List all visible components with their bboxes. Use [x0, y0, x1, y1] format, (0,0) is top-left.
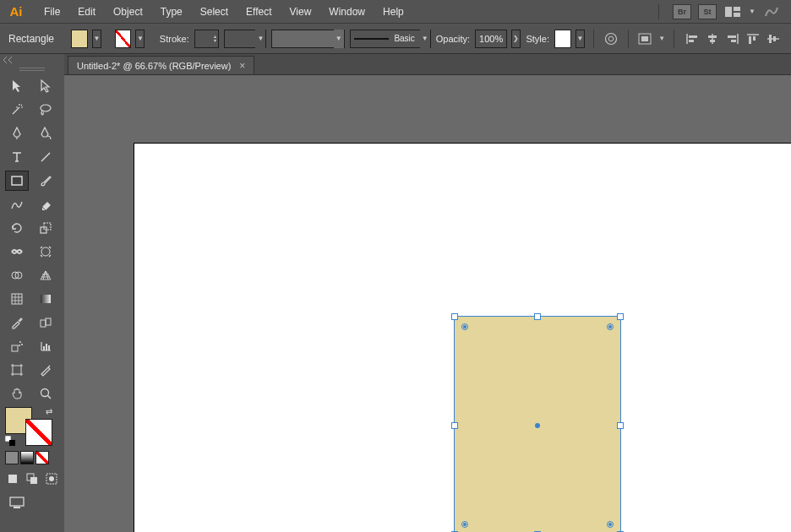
eraser-tool[interactable]: [34, 194, 57, 214]
canvas-viewport[interactable]: [64, 74, 791, 532]
artboard-tool[interactable]: [5, 360, 29, 380]
gpu-preview-icon[interactable]: [762, 4, 781, 19]
svg-rect-43: [13, 366, 21, 374]
stroke-color-box[interactable]: [25, 419, 52, 446]
style-label: Style:: [526, 34, 549, 44]
svg-rect-1: [734, 7, 740, 11]
fill-dropdown[interactable]: ▼: [92, 30, 101, 48]
type-tool[interactable]: [5, 147, 29, 167]
default-fill-stroke-icon[interactable]: [5, 436, 15, 446]
svg-rect-22: [19, 68, 45, 68]
menu-view[interactable]: View: [282, 3, 319, 21]
curvature-tool[interactable]: [34, 123, 57, 144]
svg-point-4: [608, 36, 614, 41]
menu-bar: Ai File Edit Object Type Select Effect V…: [0, 0, 791, 24]
slice-tool[interactable]: [34, 360, 57, 380]
recolor-artwork-icon[interactable]: [603, 30, 619, 48]
svg-rect-20: [769, 35, 772, 43]
menu-help[interactable]: Help: [375, 3, 412, 21]
align-right-button[interactable]: [723, 30, 742, 48]
align-hcenter-button[interactable]: [703, 30, 722, 48]
zoom-tool[interactable]: [34, 383, 57, 404]
paintbrush-tool[interactable]: [34, 171, 57, 191]
svg-rect-11: [708, 35, 717, 38]
magic-wand-tool[interactable]: [5, 100, 29, 120]
line-segment-tool[interactable]: [34, 147, 57, 167]
opacity-label: Opacity:: [436, 34, 470, 44]
menu-window[interactable]: Window: [321, 3, 373, 21]
hand-tool[interactable]: [5, 383, 29, 404]
svg-rect-50: [30, 477, 37, 484]
column-graph-tool[interactable]: [34, 336, 57, 356]
svg-rect-35: [46, 318, 51, 325]
width-tool[interactable]: [5, 242, 29, 262]
separator-icon: [593, 30, 594, 48]
svg-rect-34: [41, 320, 46, 327]
swap-fill-stroke-icon[interactable]: ⇄: [46, 407, 52, 416]
document-tab-title: Untitled-2* @ 66.67% (RGB/Preview): [77, 61, 231, 71]
draw-mode-row: [5, 471, 59, 486]
panel-collapse-grip[interactable]: [0, 54, 64, 66]
stroke-weight-stepper[interactable]: ▴▾: [194, 30, 219, 48]
opacity-input[interactable]: 100%: [475, 30, 507, 48]
align-to-icon[interactable]: [636, 30, 653, 48]
shaper-tool[interactable]: [5, 194, 29, 214]
symbol-sprayer-tool[interactable]: [5, 336, 29, 356]
svg-rect-0: [725, 7, 732, 17]
stock-button[interactable]: St: [698, 4, 717, 19]
color-mode-none[interactable]: [35, 451, 49, 464]
align-left-button[interactable]: [683, 30, 701, 48]
align-vcenter-button[interactable]: [764, 30, 783, 48]
blend-tool[interactable]: [34, 312, 57, 333]
rectangle-shape[interactable]: [455, 317, 620, 532]
menu-file[interactable]: File: [36, 3, 68, 21]
chevron-down-icon[interactable]: ▼: [749, 8, 756, 15]
direct-selection-tool[interactable]: [34, 76, 57, 96]
rectangle-tool[interactable]: [5, 171, 29, 191]
color-mode-gradient[interactable]: [20, 451, 34, 464]
color-mode-solid[interactable]: [5, 451, 19, 464]
svg-rect-28: [44, 223, 51, 230]
graphic-style-swatch[interactable]: [554, 30, 571, 48]
lasso-tool[interactable]: [34, 100, 57, 120]
fill-swatch[interactable]: [71, 30, 88, 48]
mesh-tool[interactable]: [5, 289, 29, 309]
brush-definition[interactable]: Basic ▼: [350, 30, 431, 48]
scale-tool[interactable]: [34, 218, 57, 238]
eyedropper-tool[interactable]: [5, 312, 29, 333]
selection-tool[interactable]: [5, 76, 29, 96]
style-dropdown[interactable]: ▼: [576, 30, 585, 48]
draw-behind-icon[interactable]: [25, 471, 39, 486]
document-tab[interactable]: Untitled-2* @ 66.67% (RGB/Preview) ×: [68, 56, 254, 74]
pen-tool[interactable]: [5, 123, 29, 144]
svg-point-38: [21, 344, 23, 345]
menu-object[interactable]: Object: [106, 3, 150, 21]
draw-inside-icon[interactable]: [45, 471, 59, 486]
gradient-tool[interactable]: [34, 289, 57, 309]
opacity-dropdown[interactable]: ❯: [511, 30, 521, 48]
svg-rect-23: [19, 70, 45, 71]
align-top-button[interactable]: [744, 30, 762, 48]
variable-width-profile[interactable]: ▼: [271, 30, 344, 48]
fill-stroke-control[interactable]: ⇄: [5, 407, 52, 446]
chevron-down-icon[interactable]: ▼: [658, 35, 665, 42]
screen-mode-button[interactable]: [5, 493, 29, 512]
free-transform-tool[interactable]: [34, 242, 57, 262]
stroke-swatch[interactable]: [115, 30, 132, 48]
bridge-button[interactable]: Br: [673, 4, 691, 19]
stroke-weight-combo[interactable]: ▼: [224, 30, 266, 48]
menu-edit[interactable]: Edit: [70, 3, 103, 21]
stroke-dropdown[interactable]: ▼: [135, 30, 145, 48]
arrange-documents-icon[interactable]: [723, 4, 742, 19]
svg-rect-53: [10, 497, 24, 506]
color-mode-row: [5, 451, 59, 464]
svg-line-45: [48, 396, 52, 399]
shape-builder-tool[interactable]: [5, 265, 29, 285]
rotate-tool[interactable]: [5, 218, 29, 238]
close-tab-icon[interactable]: ×: [239, 60, 245, 72]
menu-select[interactable]: Select: [193, 3, 236, 21]
menu-effect[interactable]: Effect: [238, 3, 279, 21]
menu-type[interactable]: Type: [153, 3, 190, 21]
perspective-grid-tool[interactable]: [34, 265, 57, 285]
draw-normal-icon[interactable]: [5, 471, 19, 486]
